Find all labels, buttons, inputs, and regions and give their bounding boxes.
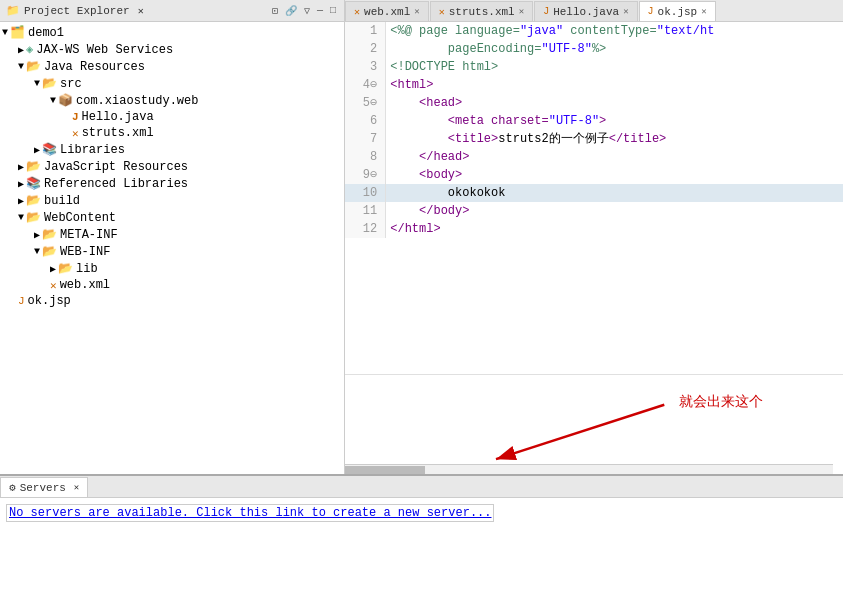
code-line-8: 8 </head>	[345, 148, 843, 166]
maximize-icon[interactable]: □	[328, 4, 338, 17]
bottom-tabs: ⚙ Servers ✕	[0, 476, 843, 498]
tab-label: Hello.java	[553, 6, 619, 18]
xml-file-icon: ✕	[72, 127, 79, 140]
package-icon: 📦	[58, 93, 73, 108]
tree-label: build	[44, 194, 80, 208]
js-resources-icon: 📂	[26, 159, 41, 174]
code-line-2: 2 pageEncoding="UTF-8"%>	[345, 40, 843, 58]
jaxws-icon: ◈	[26, 42, 33, 57]
tab-close-icon[interactable]: ✕	[519, 6, 524, 17]
editor-tabs: ✕ web.xml ✕ ✕ struts.xml ✕ J Hello.java …	[345, 0, 843, 22]
meta-inf-icon: 📂	[42, 227, 57, 242]
svg-line-1	[496, 405, 664, 459]
project-explorer-header: 📁 Project Explorer ✕ ⊡ 🔗 ▽ — □	[0, 0, 344, 22]
code-lines: 1 <%@ page language="java" contentType="…	[345, 22, 843, 238]
tab-servers[interactable]: ⚙ Servers ✕	[0, 477, 88, 497]
tree-item-ok-jsp[interactable]: J ok.jsp	[0, 293, 344, 309]
minimize-icon[interactable]: —	[315, 4, 325, 17]
tree-label: Java Resources	[44, 60, 145, 74]
web-inf-icon: 📂	[42, 244, 57, 259]
tree-item-referenced-libraries[interactable]: ▶ 📚 Referenced Libraries	[0, 175, 344, 192]
tree-item-jaxws[interactable]: ▶ ◈ JAX-WS Web Services	[0, 41, 344, 58]
editor-area: ✕ web.xml ✕ ✕ struts.xml ✕ J Hello.java …	[345, 0, 843, 474]
code-line-9: 9⊖ <body>	[345, 166, 843, 184]
tree-item-demo1[interactable]: ▼ 🗂️ demo1	[0, 24, 344, 41]
tree-label: demo1	[28, 26, 64, 40]
servers-icon: ⚙	[9, 481, 16, 494]
code-line-7: 7 <title>struts2的一个例子</title>	[345, 130, 843, 148]
tree-item-meta-inf[interactable]: ▶ 📂 META-INF	[0, 226, 344, 243]
expand-icon: ▶	[18, 178, 24, 190]
tree-label: ok.jsp	[28, 294, 71, 308]
code-line-1: 1 <%@ page language="java" contentType="…	[345, 22, 843, 40]
expand-icon: ▼	[2, 27, 8, 38]
tree-label: web.xml	[60, 278, 110, 292]
tab-label: Servers	[20, 482, 66, 494]
code-line-6: 6 <meta charset="UTF-8">	[345, 112, 843, 130]
expand-icon: ▶	[34, 229, 40, 241]
panel-close-icon[interactable]: ✕	[138, 5, 144, 17]
servers-content: No servers are available. Click this lin…	[0, 498, 843, 594]
tree-item-package[interactable]: ▼ 📦 com.xiaostudy.web	[0, 92, 344, 109]
tree-item-build[interactable]: ▶ 📂 build	[0, 192, 344, 209]
tree-item-web-inf[interactable]: ▼ 📂 WEB-INF	[0, 243, 344, 260]
tree-item-web-xml[interactable]: ✕ web.xml	[0, 277, 344, 293]
create-server-link[interactable]: No servers are available. Click this lin…	[6, 504, 494, 522]
tab-label: ok.jsp	[658, 6, 698, 18]
expand-icon: ▼	[34, 246, 40, 257]
tree-label: WEB-INF	[60, 245, 110, 259]
expand-icon: ▼	[18, 212, 24, 223]
tree-label: JAX-WS Web Services	[36, 43, 173, 57]
annotation-area: 就会出来这个	[345, 374, 843, 474]
expand-icon: ▼	[18, 61, 24, 72]
code-line-3: 3 <!DOCTYPE html>	[345, 58, 843, 76]
tab-close-icon[interactable]: ✕	[701, 6, 706, 17]
tab-close-icon[interactable]: ✕	[623, 6, 628, 17]
libraries-icon: 📚	[42, 142, 57, 157]
code-editor[interactable]: 1 <%@ page language="java" contentType="…	[345, 22, 843, 374]
tree-label: com.xiaostudy.web	[76, 94, 198, 108]
collapse-all-icon[interactable]: ⊡	[270, 4, 280, 18]
code-line-12: 12 </html>	[345, 220, 843, 238]
java-resources-icon: 📂	[26, 59, 41, 74]
referenced-lib-icon: 📚	[26, 176, 41, 191]
code-line-5: 5⊖ <head>	[345, 94, 843, 112]
horizontal-scrollbar[interactable]	[345, 464, 833, 474]
tree-item-webcontent[interactable]: ▼ 📂 WebContent	[0, 209, 344, 226]
expand-icon: ▼	[34, 78, 40, 89]
build-icon: 📂	[26, 193, 41, 208]
tab-xml-icon: ✕	[354, 6, 360, 18]
tab-label: web.xml	[364, 6, 410, 18]
tree-item-src[interactable]: ▼ 📂 src	[0, 75, 344, 92]
tree-label: WebContent	[44, 211, 116, 225]
tree-item-js-resources[interactable]: ▶ 📂 JavaScript Resources	[0, 158, 344, 175]
tab-close-icon[interactable]: ✕	[414, 6, 419, 17]
tab-ok-jsp[interactable]: J ok.jsp ✕	[639, 1, 716, 21]
tree-item-struts-xml[interactable]: ✕ struts.xml	[0, 125, 344, 141]
link-with-editor-icon[interactable]: 🔗	[283, 4, 299, 18]
code-line-10: 10 okokokok	[345, 184, 843, 202]
tab-xml-icon: ✕	[439, 6, 445, 18]
tab-hello-java[interactable]: J Hello.java ✕	[534, 1, 637, 21]
tree-item-libraries[interactable]: ▶ 📚 Libraries	[0, 141, 344, 158]
scrollbar-thumb[interactable]	[345, 466, 425, 474]
panel-title-text: Project Explorer	[24, 5, 130, 17]
panel-header-icons: ⊡ 🔗 ▽ — □	[270, 4, 338, 18]
tab-web-xml[interactable]: ✕ web.xml ✕	[345, 1, 429, 21]
tab-struts-xml[interactable]: ✕ struts.xml ✕	[430, 1, 533, 21]
tree-label: lib	[76, 262, 98, 276]
expand-icon: ▶	[34, 144, 40, 156]
tree-item-lib[interactable]: ▶ 📂 lib	[0, 260, 344, 277]
expand-icon: ▼	[50, 95, 56, 106]
tree-label: struts.xml	[82, 126, 154, 140]
view-menu-icon[interactable]: ▽	[302, 4, 312, 18]
tab-close-icon[interactable]: ✕	[74, 482, 79, 493]
project-explorer: 📁 Project Explorer ✕ ⊡ 🔗 ▽ — □ ▼ 🗂️ demo…	[0, 0, 345, 474]
annotation-arrow	[345, 375, 843, 474]
tree-item-java-resources[interactable]: ▼ 📂 Java Resources	[0, 58, 344, 75]
tree-label: Libraries	[60, 143, 125, 157]
tree-item-hello-java[interactable]: J Hello.java	[0, 109, 344, 125]
expand-icon: ▶	[50, 263, 56, 275]
expand-icon: ▶	[18, 44, 24, 56]
project-icon: 🗂️	[10, 25, 25, 40]
